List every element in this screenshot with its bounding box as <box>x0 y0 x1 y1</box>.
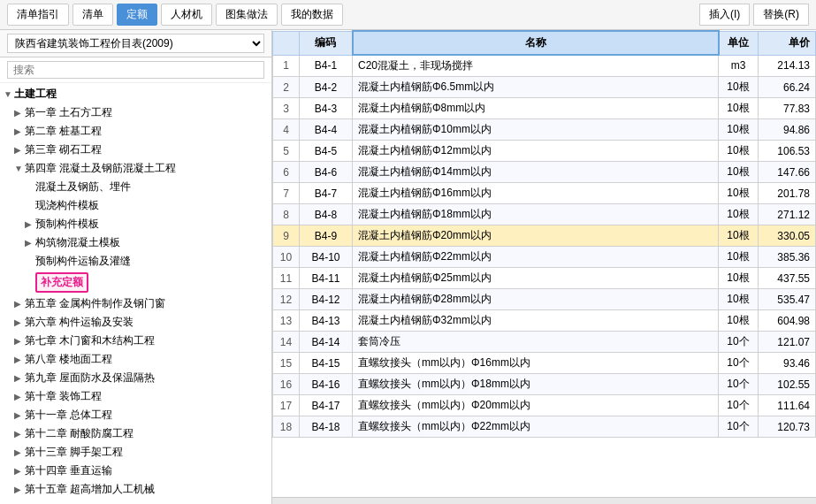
tree-item[interactable]: ▶第七章 木门窗和木结构工程 <box>0 332 271 350</box>
tree-container[interactable]: ▼土建工程▶第一章 土石方工程▶第二章 桩基工程▶第三章 砌石工程▼第四章 混凝… <box>0 83 271 504</box>
table-row[interactable]: 18 B4-18 直螺纹接头（mm以内）Φ22mm以内 10个 120.73 <box>273 416 816 438</box>
cell-num: 14 <box>273 332 300 353</box>
nav-btn-dingetye[interactable]: 定额 <box>117 4 157 26</box>
catalog-dropdown[interactable]: 陕西省建筑装饰工程价目表(2009) <box>7 34 264 53</box>
tree-arrow-icon: ▶ <box>14 317 23 327</box>
tree-item[interactable]: ▼土建工程 <box>0 85 271 103</box>
cell-price: 106.53 <box>759 141 816 162</box>
tree-item[interactable]: ▶第十五章 超高增加人工机械 <box>0 480 271 499</box>
nav-btn-tujizuofa[interactable]: 图集做法 <box>216 4 278 26</box>
cell-price: 604.98 <box>759 310 816 332</box>
table-row[interactable]: 11 B4-11 混凝土内植钢筋Φ25mm以内 10根 437.55 <box>273 268 816 289</box>
tree-item[interactable]: ▶第三章 砌石工程 <box>0 141 271 159</box>
table-row[interactable]: 10 B4-10 混凝土内植钢筋Φ22mm以内 10根 385.36 <box>273 247 816 268</box>
th-code: 编码 <box>300 31 353 55</box>
table-row[interactable]: 13 B4-13 混凝土内植钢筋Φ32mm以内 10根 604.98 <box>273 310 816 332</box>
nav-btn-qingdan[interactable]: 清单 <box>72 4 113 26</box>
cell-num: 1 <box>273 55 300 77</box>
table-row[interactable]: 5 B4-5 混凝土内植钢筋Φ12mm以内 10根 106.53 <box>273 141 816 162</box>
table-row[interactable]: 3 B4-3 混凝土内植钢筋Φ8mm以内 10根 77.83 <box>273 98 816 119</box>
cell-num: 5 <box>273 141 300 162</box>
cell-price: 147.66 <box>759 162 816 183</box>
tree-item[interactable]: ▶预制构件模板 <box>0 215 271 233</box>
tree-item[interactable]: 补充定额 <box>0 271 271 294</box>
cell-num: 15 <box>273 353 300 374</box>
cell-unit: 10根 <box>719 204 759 225</box>
th-price: 单价 <box>759 31 816 55</box>
tree-label-highlight: 补充定额 <box>35 272 88 293</box>
table-row[interactable]: 15 B4-15 直螺纹接头（mm以内）Φ16mm以内 10个 93.46 <box>273 353 816 374</box>
tree-item[interactable]: ▶第一章 土石方工程 <box>0 103 271 122</box>
cell-code: B4-14 <box>300 332 353 353</box>
cell-price: 437.55 <box>759 268 816 289</box>
cell-name: 直螺纹接头（mm以内）Φ16mm以内 <box>353 353 719 374</box>
scroll-indicator[interactable] <box>272 497 816 504</box>
tree-label: 第十二章 耐酸防腐工程 <box>25 426 268 441</box>
cell-unit: 10根 <box>719 289 759 310</box>
tree-item[interactable]: 现浇构件模板 <box>0 196 271 215</box>
cell-unit: 10个 <box>719 395 759 416</box>
cell-unit: 10根 <box>719 247 759 268</box>
tree-item[interactable]: ▶第六章 构件运输及安装 <box>0 313 271 332</box>
cell-price: 120.73 <box>759 416 816 438</box>
cell-unit: 10根 <box>719 119 759 141</box>
table-row[interactable]: 1 B4-1 C20混凝土，非现场搅拌 m3 214.13 <box>273 55 816 77</box>
cell-unit: 10个 <box>719 374 759 395</box>
table-row[interactable]: 4 B4-4 混凝土内植钢筋Φ10mm以内 10根 94.86 <box>273 119 816 141</box>
cell-name: 混凝土内植钢筋Φ14mm以内 <box>353 162 719 183</box>
tree-arrow-icon: ▶ <box>25 238 34 248</box>
tree-item[interactable]: ▼第四章 混凝土及钢筋混凝土工程 <box>0 159 271 178</box>
nav-btn-rencaiji[interactable]: 人材机 <box>161 4 212 26</box>
cell-unit: 10根 <box>719 310 759 332</box>
nav-btn-wodedata[interactable]: 我的数据 <box>281 4 343 26</box>
table-row[interactable]: 9 B4-9 混凝土内植钢筋Φ20mm以内 10根 330.05 <box>273 225 816 247</box>
cell-price: 93.46 <box>759 353 816 374</box>
table-row[interactable]: 8 B4-8 混凝土内植钢筋Φ18mm以内 10根 271.12 <box>273 204 816 225</box>
cell-unit: 10个 <box>719 332 759 353</box>
cell-name: 混凝土内植钢筋Φ20mm以内 <box>353 225 719 247</box>
tree-item[interactable]: ▶第二章 桩基工程 <box>0 122 271 141</box>
replace-button[interactable]: 替换(R) <box>753 4 809 26</box>
tree-label: 第三章 砌石工程 <box>25 142 268 157</box>
tree-item[interactable]: ▶构筑物混凝土模板 <box>0 233 271 252</box>
cell-code: B4-17 <box>300 395 353 416</box>
tree-item[interactable]: ▶第十四章 垂直运输 <box>0 462 271 480</box>
cell-code: B4-7 <box>300 183 353 204</box>
cell-price: 271.12 <box>759 204 816 225</box>
insert-button[interactable]: 插入(I) <box>699 4 750 26</box>
tree-arrow-icon: ▶ <box>25 219 34 229</box>
cell-code: B4-5 <box>300 141 353 162</box>
tree-arrow-icon: ▶ <box>14 485 23 494</box>
tree-item[interactable]: ▶第八章 楼地面工程 <box>0 350 271 369</box>
cell-unit: 10个 <box>719 353 759 374</box>
cell-name: 混凝土内植钢筋Φ6.5mm以内 <box>353 77 719 98</box>
tree-item[interactable]: 预制构件运输及灌缝 <box>0 252 271 271</box>
table-row[interactable]: 2 B4-2 混凝土内植钢筋Φ6.5mm以内 10根 66.24 <box>273 77 816 98</box>
table-row[interactable]: 14 B4-14 套筒冷压 10个 121.07 <box>273 332 816 353</box>
tree-item[interactable]: ▶第十二章 耐酸防腐工程 <box>0 424 271 443</box>
table-container[interactable]: 编码 名称 单位 单价 1 B4-1 C20混凝土，非现场搅拌 m3 214.1… <box>272 30 816 497</box>
cell-name: 混凝土内植钢筋Φ25mm以内 <box>353 268 719 289</box>
tree-item[interactable]: ▶第五章 金属构件制作及钢门窗 <box>0 294 271 313</box>
tree-item[interactable]: ▶第十一章 总体工程 <box>0 406 271 424</box>
tree-item[interactable]: ▶第九章 屋面防水及保温隔热 <box>0 369 271 387</box>
table-row[interactable]: 7 B4-7 混凝土内植钢筋Φ16mm以内 10根 201.78 <box>273 183 816 204</box>
tree-arrow-icon: ▶ <box>14 392 23 401</box>
tree-label: 第十三章 脚手架工程 <box>25 445 268 460</box>
table-row[interactable]: 16 B4-16 直螺纹接头（mm以内）Φ18mm以内 10个 102.55 <box>273 374 816 395</box>
tree-item[interactable]: ▶第十三章 脚手架工程 <box>0 443 271 462</box>
search-input[interactable] <box>7 61 264 79</box>
cell-code: B4-8 <box>300 204 353 225</box>
cell-name: 直螺纹接头（mm以内）Φ22mm以内 <box>353 416 719 438</box>
tree-arrow-icon: ▶ <box>14 355 23 364</box>
tree-label: 第七章 木门窗和木结构工程 <box>25 333 268 348</box>
table-row[interactable]: 17 B4-17 直螺纹接头（mm以内）Φ20mm以内 10个 111.64 <box>273 395 816 416</box>
table-row[interactable]: 12 B4-12 混凝土内植钢筋Φ28mm以内 10根 535.47 <box>273 289 816 310</box>
tree-item[interactable]: 混凝土及钢筋、埋件 <box>0 178 271 196</box>
table-row[interactable]: 6 B4-6 混凝土内植钢筋Φ14mm以内 10根 147.66 <box>273 162 816 183</box>
cell-unit: m3 <box>719 55 759 77</box>
tree-arrow-icon: ▶ <box>14 145 23 155</box>
tree-arrow-icon: ▼ <box>4 89 12 99</box>
nav-btn-qingdan-zhiyin[interactable]: 清单指引 <box>7 4 69 26</box>
tree-item[interactable]: ▶第十章 装饰工程 <box>0 387 271 406</box>
